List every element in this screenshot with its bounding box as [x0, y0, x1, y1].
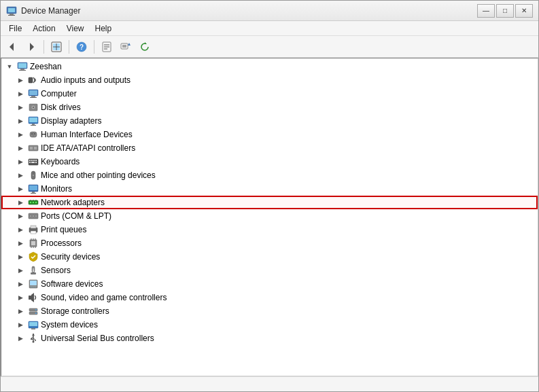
hid-expand-icon[interactable]: ▶	[15, 129, 26, 140]
root-icon	[17, 61, 28, 72]
svg-rect-36	[31, 125, 36, 126]
storage-device-icon	[28, 306, 39, 317]
svg-rect-23	[20, 69, 24, 70]
root-label: Zeeshan	[30, 62, 62, 71]
tree-item-storage[interactable]: ▶ Storage controllers	[1, 304, 538, 318]
tree-item-software[interactable]: ▶ Software devices	[1, 277, 538, 291]
monitors-label: Monitors	[41, 184, 72, 194]
toolbar-update[interactable]	[117, 39, 135, 55]
toolbar-back[interactable]	[3, 39, 21, 55]
sound-icon	[28, 292, 39, 303]
maximize-button[interactable]: □	[496, 4, 514, 18]
svg-rect-46	[31, 160, 33, 161]
software-icon	[28, 279, 39, 289]
toolbar-sep-1	[44, 40, 44, 54]
security-icon	[28, 251, 39, 262]
ide-expand-icon[interactable]: ▶	[15, 143, 26, 154]
mice-expand-icon[interactable]: ▶	[15, 170, 26, 181]
tree-item-network[interactable]: ▶ Network adapters	[1, 196, 538, 209]
svg-rect-16	[121, 43, 128, 49]
security-label: Security devices	[41, 252, 100, 262]
tree-view[interactable]: ▼ Zeeshan ▶	[1, 58, 538, 376]
svg-point-89	[33, 287, 34, 288]
tree-item-usb[interactable]: ▶ Universal Serial Bus controllers	[1, 332, 538, 345]
root-expand-icon[interactable]: ▼	[4, 61, 15, 72]
svg-marker-100	[32, 334, 35, 336]
svg-point-90	[35, 287, 36, 288]
keyboard-expand-icon[interactable]: ▶	[15, 156, 26, 167]
svg-rect-48	[35, 160, 37, 161]
security-expand-icon[interactable]: ▶	[15, 251, 26, 262]
menu-bar: File Action View Help	[1, 21, 538, 36]
disk-expand-icon[interactable]: ▶	[15, 102, 26, 113]
close-button[interactable]: ✕	[515, 4, 533, 18]
sensors-expand-icon[interactable]: ▶	[15, 265, 26, 276]
hid-device-icon	[28, 129, 39, 140]
menu-view[interactable]: View	[61, 22, 90, 35]
menu-action[interactable]: Action	[27, 22, 60, 35]
display-icon	[28, 115, 39, 126]
tree-item-display[interactable]: ▶ Display adapters	[1, 114, 538, 128]
ports-device-icon	[28, 211, 39, 221]
tree-item-ports[interactable]: ▶ Ports (COM & LPT)	[1, 209, 538, 223]
software-expand-icon[interactable]: ▶	[15, 279, 26, 289]
svg-rect-71	[31, 226, 36, 228]
ports-expand-icon[interactable]: ▶	[15, 211, 26, 221]
print-expand-icon[interactable]: ▶	[15, 224, 26, 235]
system-label: System devices	[41, 320, 98, 329]
tree-item-mice[interactable]: ▶ Mice and other pointing devices	[1, 168, 538, 182]
network-label: Network adapters	[41, 198, 105, 207]
usb-expand-icon[interactable]: ▶	[15, 333, 26, 344]
system-expand-icon[interactable]: ▶	[15, 319, 26, 330]
svg-marker-20	[145, 42, 147, 44]
ide-icon	[28, 143, 39, 154]
tree-item-computer[interactable]: ▶ Computer	[1, 87, 538, 101]
tree-item-keyboard[interactable]: ▶ Keyboards	[1, 155, 538, 168]
tree-root[interactable]: ▼ Zeeshan	[1, 60, 538, 73]
display-expand-icon[interactable]: ▶	[15, 115, 26, 126]
svg-rect-97	[29, 322, 37, 326]
svg-rect-104	[35, 340, 36, 341]
tree-item-sound[interactable]: ▶ Sound, video and game controllers	[1, 291, 538, 304]
tree-item-security[interactable]: ▶ Security devices	[1, 250, 538, 264]
tree-item-audio[interactable]: ▶ Audio inputs and outputs	[1, 73, 538, 87]
toolbar-tree[interactable]	[48, 39, 65, 55]
toolbar-help[interactable]: ?	[73, 39, 90, 55]
keyboard-device-icon	[28, 156, 39, 167]
tree-item-sensors[interactable]: ▶ Sensors	[1, 264, 538, 277]
svg-point-88	[31, 287, 32, 288]
menu-help[interactable]: Help	[90, 22, 118, 35]
status-bar	[1, 376, 538, 391]
svg-rect-3	[8, 15, 15, 16]
minimize-button[interactable]: —	[477, 4, 495, 18]
storage-expand-icon[interactable]: ▶	[15, 306, 26, 317]
forward-icon	[26, 41, 37, 52]
tree-item-print[interactable]: ▶ Print queues	[1, 223, 538, 236]
network-expand-icon[interactable]: ▶	[15, 197, 26, 208]
svg-rect-34	[29, 118, 37, 122]
storage-icon	[28, 306, 39, 317]
audio-expand-icon[interactable]: ▶	[15, 75, 26, 86]
tree-item-ide[interactable]: ▶ IDE ATA/ATAPI controllers	[1, 141, 538, 155]
svg-rect-43	[34, 147, 37, 149]
svg-rect-49	[29, 162, 31, 163]
sound-expand-icon[interactable]: ▶	[15, 292, 26, 303]
tree-item-hid[interactable]: ▶ Human Interface Devices	[1, 128, 538, 141]
svg-point-54	[33, 175, 34, 176]
svg-point-105	[33, 341, 35, 343]
toolbar-properties[interactable]	[98, 39, 116, 55]
tree-item-monitors[interactable]: ▶ Monitors	[1, 182, 538, 196]
toolbar: ?	[1, 36, 538, 58]
tree-item-system[interactable]: ▶ System devices	[1, 318, 538, 332]
toolbar-refresh[interactable]	[136, 39, 154, 55]
monitors-device-icon	[28, 183, 39, 194]
computer-expand-icon[interactable]: ▶	[15, 88, 26, 99]
processors-expand-icon[interactable]: ▶	[15, 238, 26, 249]
tree-item-disk[interactable]: ▶ Disk drives	[1, 101, 538, 114]
window-title: Device Manager	[21, 6, 80, 16]
tree-item-processors[interactable]: ▶ Processors	[1, 236, 538, 250]
monitors-expand-icon[interactable]: ▶	[15, 183, 26, 194]
toolbar-forward[interactable]	[22, 39, 40, 55]
menu-file[interactable]: File	[3, 22, 27, 35]
network-icon	[28, 197, 39, 208]
